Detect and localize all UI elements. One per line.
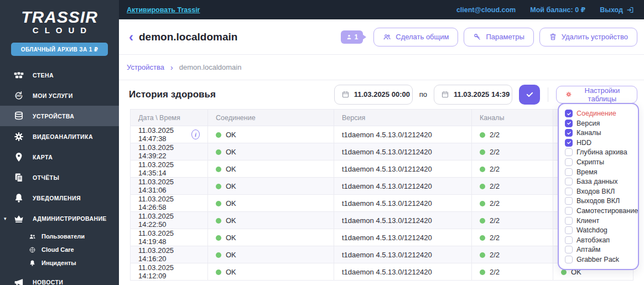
delete-device-button[interactable]: Удалить устройство (539, 28, 637, 46)
column-toggle-label: HDD (577, 139, 591, 147)
sidebar-item-devices[interactable]: УСТРОЙСТВА (0, 106, 119, 126)
checkbox-checked[interactable] (565, 110, 573, 117)
checkbox-unchecked[interactable] (565, 188, 573, 195)
sidebar-item-admin[interactable]: ▾АДМИНИСТРИРОВАНИЕ (0, 208, 119, 229)
sidebar-item-label: СТЕНА (33, 72, 54, 79)
parameters-label: Параметры (486, 33, 524, 41)
topbar-right: client@cloud.com Мой баланс: 0 ₽ Выход (456, 6, 634, 14)
checkbox-unchecked[interactable] (565, 197, 573, 205)
date-from-input[interactable]: 11.03.2025 00:00 (334, 85, 413, 105)
column-toggle-автобэкап[interactable]: Автобэкап (565, 236, 635, 245)
cloudcare-icon (28, 246, 37, 253)
sidebar-item-reports[interactable]: ОТЧЁТЫ (0, 167, 119, 188)
cell-datetime: 11.03.2025 14:26:58 (131, 195, 208, 212)
sidebar-item-notifications[interactable]: УВЕДОМЛЕНИЯ (0, 188, 119, 208)
column-toggle-label: Соединение (577, 110, 616, 117)
cell-datetime: 11.03.2025 14:16:20 (131, 246, 208, 263)
column-toggle-глубина-архива[interactable]: Глубина архива (565, 148, 635, 157)
checkbox-unchecked[interactable] (565, 236, 573, 244)
column-toggle-выходов-вкл[interactable]: Выходов ВКЛ (565, 196, 635, 205)
user-email[interactable]: client@cloud.com (456, 6, 516, 14)
column-toggle-соединение[interactable]: Соединение (565, 109, 635, 118)
sidebar-subitem-users[interactable]: Пользователи (0, 230, 119, 243)
column-toggle-скрипты[interactable]: Скрипты (565, 158, 635, 167)
column-toggle-версия[interactable]: Версия (565, 119, 635, 128)
apply-filter-button[interactable] (519, 85, 540, 105)
cell-version: t1daemon 4.5.13.0/1212420 (334, 195, 472, 212)
balance-label[interactable]: Мой баланс: 0 ₽ (530, 6, 585, 14)
status-text: 2/2 (490, 182, 500, 190)
checkbox-unchecked[interactable] (565, 217, 573, 225)
back-button[interactable]: ‹ (129, 32, 133, 43)
people-icon (383, 33, 391, 41)
cell-datetime: 11.03.2025 14:19:48 (131, 229, 208, 246)
devices-icon (13, 111, 24, 122)
check-icon (567, 111, 572, 116)
checkbox-unchecked[interactable] (565, 226, 573, 234)
checkbox-unchecked[interactable] (565, 148, 573, 156)
column-toggle-grabber-pack[interactable]: Grabber Pack (565, 255, 635, 264)
column-toggle-база-данных[interactable]: База данных (565, 177, 635, 186)
checkbox-checked[interactable] (565, 129, 573, 137)
column-toggle-hdd[interactable]: HDD (565, 138, 635, 147)
wall-icon (13, 70, 24, 81)
column-toggle-label: Самотестирование (577, 207, 638, 215)
status-ok-dot (480, 252, 485, 258)
column-header: Каналы (472, 110, 553, 126)
caret-down-icon[interactable]: ▾ (4, 216, 7, 221)
sidebar-item-wall[interactable]: СТЕНА (0, 65, 119, 85)
admin-icon (12, 213, 25, 224)
column-toggle-входов-вкл[interactable]: Входов ВКЛ (565, 187, 635, 196)
sidebar-subitem-incidents[interactable]: Инциденты (0, 256, 119, 270)
cell-version: t1daemon 4.5.13.0/1212420 (334, 126, 472, 143)
trash-icon (549, 33, 557, 41)
cell-version: t1daemon 4.5.13.0/1212420 (334, 178, 472, 195)
sidebar-item-services[interactable]: 24/7МОИ УСЛУГИ (0, 85, 119, 106)
parameters-button[interactable]: Параметры (464, 28, 533, 46)
map-icon (12, 152, 25, 163)
status-ok-dot (216, 270, 221, 275)
users-icon (29, 233, 36, 240)
activate-trassir-link[interactable]: Активировать Trassir (127, 6, 200, 14)
sidebar-item-map[interactable]: КАРТА (0, 147, 119, 167)
cell-channels: 2/2 (472, 229, 553, 246)
trassir-cloud-logo[interactable]: TRASSIR CLOUD (0, 9, 119, 35)
column-toggle-watchdog[interactable]: Watchdog (565, 226, 635, 235)
logout-button[interactable]: Выход (600, 6, 634, 14)
checkbox-unchecked[interactable] (565, 207, 573, 215)
date-to-input[interactable]: 11.03.2025 14:39 (434, 85, 512, 105)
breadcrumb-devices-link[interactable]: Устройства (127, 63, 164, 71)
checkbox-checked[interactable] (565, 120, 573, 127)
checkbox-unchecked[interactable] (565, 158, 573, 166)
column-header: Версия (334, 110, 472, 126)
column-toggle-каналы[interactable]: Каналы (565, 128, 635, 137)
checkbox-unchecked[interactable] (565, 168, 573, 176)
column-toggle-аптайм[interactable]: Аптайм (565, 245, 635, 254)
sidebar-item-analytics[interactable]: ВИДЕОАНАЛИТИКА (0, 126, 119, 147)
column-header: Дата \ Время (131, 110, 208, 126)
wrench-icon (473, 33, 481, 41)
status-ok-dot (480, 167, 485, 172)
info-icon[interactable]: i (191, 129, 200, 139)
status-text: OK (226, 251, 236, 259)
cell-datetime: 11.03.2025 14:31:06 (131, 178, 208, 195)
column-toggle-самотестирование[interactable]: Самотестирование (565, 206, 635, 215)
checkbox-checked[interactable] (565, 139, 573, 147)
cell-channels: 2/2 (472, 246, 553, 263)
make-shared-button[interactable]: Сделать общим (373, 28, 458, 46)
column-toggle-label: Выходов ВКЛ (577, 197, 620, 205)
table-settings-button[interactable]: Настройки таблицы (556, 86, 637, 103)
incidents-icon (29, 260, 36, 267)
cloud-archive-button[interactable]: ОБЛАЧНЫЙ АРХИВ ЗА 1 ₽ (11, 43, 108, 56)
reports-icon (12, 172, 25, 183)
status-ok-dot (480, 270, 485, 275)
sidebar-item-news[interactable]: НОВОСТИ (0, 272, 119, 285)
checkbox-unchecked[interactable] (565, 178, 573, 185)
checkbox-unchecked[interactable] (565, 246, 573, 253)
column-toggle-время[interactable]: Время (565, 168, 635, 177)
datetime-value: 11.03.2025 14:39:22 (138, 143, 200, 160)
checkbox-unchecked[interactable] (565, 256, 573, 263)
sidebar-subitem-cloudcare[interactable]: Cloud Care (0, 243, 119, 256)
column-toggle-клиент[interactable]: Клиент (565, 216, 635, 225)
sidebar-item-label: УВЕДОМЛЕНИЯ (33, 195, 81, 201)
